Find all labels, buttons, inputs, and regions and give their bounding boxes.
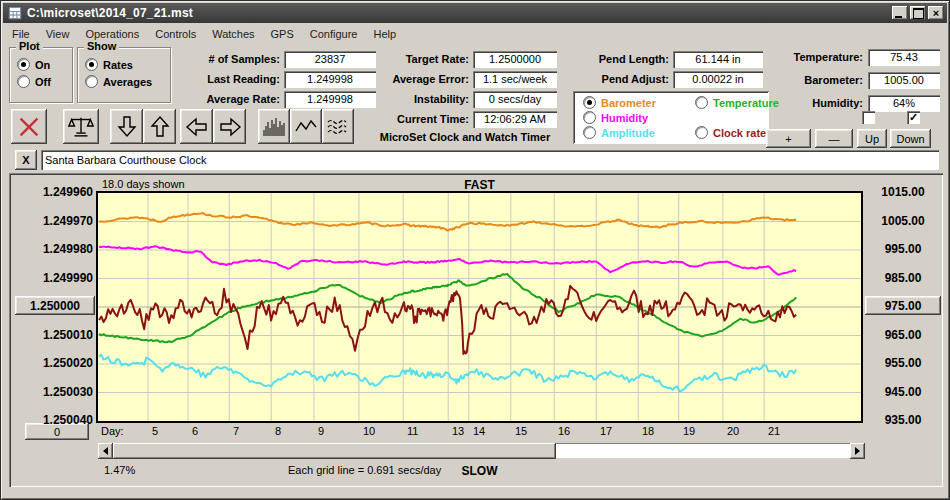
app-title-label: MicroSet Clock and Watch Timer <box>359 131 571 143</box>
minimize-button[interactable] <box>892 6 908 20</box>
show-averages-option[interactable]: Averages <box>85 75 152 88</box>
temperature-field[interactable]: 75.43 <box>868 49 940 66</box>
legend-option-temperature[interactable]: Temperature <box>695 96 779 109</box>
target-rate-field[interactable]: 1.2500000 <box>473 51 557 68</box>
arrow-left-button[interactable] <box>180 109 213 144</box>
balance-scale-button[interactable] <box>63 109 99 144</box>
right-axis-label: 995.00 <box>867 243 939 256</box>
right-axis-label: 985.00 <box>867 272 939 285</box>
clock-name-input[interactable] <box>41 150 939 170</box>
day-tick-label: 10 <box>363 425 375 438</box>
red-x-button[interactable] <box>11 109 47 144</box>
menu-item-view[interactable]: View <box>38 27 78 41</box>
app-window: C:\microset\2014_07_21.mst × FileViewOpe… <box>0 0 950 500</box>
balance-scale-icon <box>67 113 95 141</box>
legend-option-humidity[interactable]: Humidity <box>583 111 648 124</box>
show-averages-radio[interactable] <box>85 75 98 88</box>
menu-item-gps[interactable]: GPS <box>263 27 302 41</box>
maximize-icon <box>913 8 924 19</box>
scrollbar-thumb[interactable] <box>113 443 556 459</box>
plus-button[interactable]: + <box>766 129 811 148</box>
menu-item-file[interactable]: File <box>4 27 38 41</box>
pend-length-label: Pend Length: <box>579 51 669 68</box>
chart-svg <box>98 193 861 421</box>
clock-clear-button[interactable]: X <box>15 150 37 170</box>
wavy-lines-button[interactable] <box>322 109 354 144</box>
day-tick-label: 21 <box>768 425 780 438</box>
day-tick-label: 9 <box>318 425 324 438</box>
minus-button[interactable]: — <box>815 129 853 148</box>
legend-radio-barometer[interactable] <box>583 96 596 109</box>
barometer-field[interactable]: 1005.00 <box>868 72 940 89</box>
show-rates-radio[interactable] <box>85 58 98 71</box>
up-button[interactable]: Up <box>857 129 887 148</box>
menu-item-controls[interactable]: Controls <box>147 27 204 41</box>
plot-off-option[interactable]: Off <box>17 75 51 88</box>
show-averages-label: Averages <box>103 76 152 88</box>
menu-item-operations[interactable]: Operations <box>77 27 147 41</box>
checkbox-right[interactable] <box>907 111 920 124</box>
chart-scrollbar[interactable] <box>98 443 865 459</box>
wavy-lines-icon <box>325 114 351 140</box>
legend-option-barometer[interactable]: Barometer <box>583 96 656 109</box>
title-bar: C:\microset\2014_07_21.mst × <box>3 3 947 23</box>
legend-radio-amplitude[interactable] <box>583 126 596 139</box>
scrollbar-left-button[interactable] <box>98 443 113 459</box>
left-axis-label: 1.250030 <box>13 386 93 399</box>
legend-option-clock-rate[interactable]: Clock rate <box>695 126 766 139</box>
day-tick-label: 19 <box>683 425 695 438</box>
maximize-button[interactable] <box>910 6 926 20</box>
series-clock-rate <box>99 286 796 354</box>
menu-item-watches[interactable]: Watches <box>204 27 262 41</box>
days-shown-label: 18.0 days shown <box>102 178 189 190</box>
average-rate-label: Average Rate: <box>166 91 280 108</box>
plot-on-option[interactable]: On <box>17 58 50 71</box>
slow-label: SLOW <box>98 464 861 478</box>
pend-length-field[interactable]: 61.144 in <box>673 51 763 68</box>
show-group-label: Show <box>84 40 119 52</box>
day-tick-label: 11 <box>407 425 418 438</box>
arrow-down-button[interactable] <box>110 109 143 144</box>
day-tick-label: 5 <box>152 425 158 438</box>
rate-center-button[interactable]: 1.250000 <box>15 296 95 315</box>
day-tick-label: 14 <box>473 425 485 438</box>
current-time-field[interactable]: 12:06:29 AM <box>473 111 557 128</box>
average-error-field[interactable]: 1.1 sec/week <box>473 71 557 88</box>
left-axis-label: 1.249980 <box>13 243 93 256</box>
legend-radio-temperature[interactable] <box>695 96 708 109</box>
arrow-right-button[interactable] <box>213 109 246 144</box>
menu-item-help[interactable]: Help <box>366 27 405 41</box>
legend-label-amplitude: Amplitude <box>601 127 655 139</box>
legend-radio-humidity[interactable] <box>583 111 596 124</box>
barometer-label: Barometer: <box>769 72 863 89</box>
chart-panel: FAST 18.0 days shown 1.250000 975.00 0 D… <box>9 173 943 487</box>
pend-adjust-field[interactable]: 0.00022 in <box>673 71 763 88</box>
day-axis-label: Day: <box>101 425 124 438</box>
block-arrow-up-icon <box>147 114 173 140</box>
histogram-icon <box>261 114 287 140</box>
checkbox-left[interactable] <box>862 111 875 124</box>
barometer-center-button[interactable]: 975.00 <box>865 296 941 315</box>
block-arrow-right-icon <box>217 114 243 140</box>
menu-item-configure[interactable]: Configure <box>302 27 366 41</box>
scroll-left-icon <box>103 447 108 455</box>
legend-option-amplitude[interactable]: Amplitude <box>583 126 655 139</box>
show-rates-option[interactable]: Rates <box>85 58 133 71</box>
histogram-button[interactable] <box>258 109 290 144</box>
average-error-label: Average Error: <box>359 71 469 88</box>
instability-field[interactable]: 0 secs/day <box>473 91 557 108</box>
red-x-icon <box>15 113 43 141</box>
plot-on-radio[interactable] <box>17 58 30 71</box>
day-tick-label: 6 <box>192 425 198 438</box>
down-button[interactable]: Down <box>890 129 931 148</box>
scrollbar-right-button[interactable] <box>850 443 865 459</box>
humidity-field[interactable]: 64% <box>868 95 940 112</box>
window-title: C:\microset\2014_07_21.mst <box>27 6 193 20</box>
legend-radio-clock-rate[interactable] <box>695 126 708 139</box>
arrow-up-button[interactable] <box>143 109 176 144</box>
close-button[interactable]: × <box>928 6 944 20</box>
zigzag-line-button[interactable] <box>290 109 322 144</box>
left-axis-label: 1.249990 <box>13 272 93 285</box>
chart-plot[interactable] <box>96 191 863 423</box>
plot-off-radio[interactable] <box>17 75 30 88</box>
